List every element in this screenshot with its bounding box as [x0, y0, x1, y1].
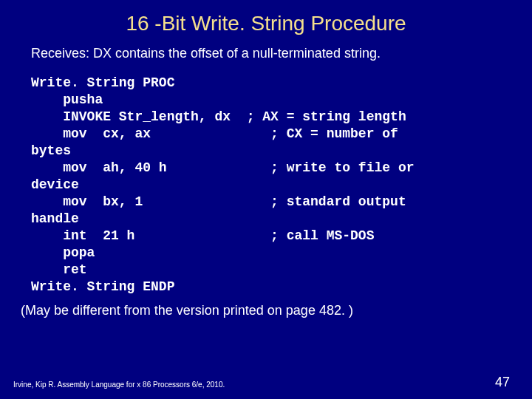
- slide-subtitle: Receives: DX contains the offset of a nu…: [31, 46, 517, 61]
- slide-note: (May be different from the version print…: [21, 303, 517, 318]
- page-number: 47: [495, 375, 510, 390]
- code-block: Write. String PROC pusha INVOKE Str_leng…: [31, 75, 517, 296]
- slide-title: 16 -Bit Write. String Procedure: [15, 12, 517, 35]
- slide: 16 -Bit Write. String Procedure Receives…: [0, 0, 532, 399]
- footer-citation: Irvine, Kip R. Assembly Language for x 8…: [13, 381, 225, 389]
